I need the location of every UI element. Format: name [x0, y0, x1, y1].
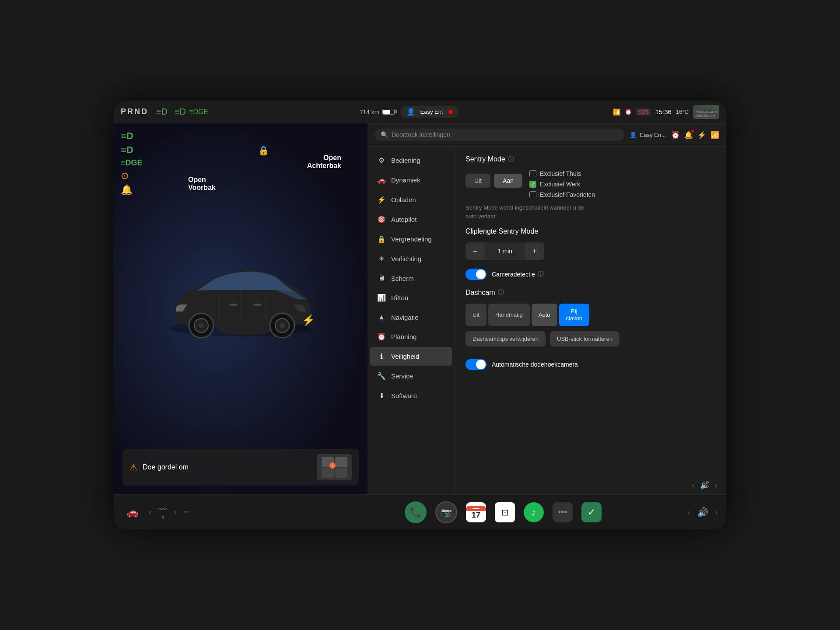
svg-rect-10: [230, 304, 238, 306]
calendar-button[interactable]: ▬▬ 17: [466, 502, 486, 522]
volume-button[interactable]: 🔊: [697, 507, 708, 518]
planning-label: Planning: [391, 333, 416, 340]
seat-diagram: !: [317, 454, 352, 480]
menu-item-scherm[interactable]: 🖥 Scherm: [370, 269, 452, 287]
menu-item-ritten[interactable]: 📊 Ritten: [370, 288, 452, 307]
sync-icon: ⇅: [161, 515, 164, 520]
format-usb-button[interactable]: USB-stick formatteren: [550, 331, 620, 346]
ritten-icon: 📊: [377, 294, 386, 302]
clip-decrease-button[interactable]: −: [466, 242, 485, 260]
veiligheid-icon: ℹ: [377, 352, 386, 360]
veiligheid-label: Veiligheid: [391, 353, 419, 360]
prev-arrow[interactable]: ‹: [692, 481, 695, 490]
taskbar-left: 🚗 ‹ 〰 ⇅ › 〰: [122, 503, 376, 522]
auto-dode-knob: [476, 360, 486, 369]
volume-icon[interactable]: 🔊: [700, 480, 710, 490]
square-icon: ⊡: [501, 507, 509, 518]
camera-detection-row: Cameradetectie ⓘ: [466, 269, 716, 280]
square-button[interactable]: ⊡: [495, 502, 515, 522]
menu-item-navigatie[interactable]: ▲ Navigatie: [370, 308, 452, 326]
menu-item-autopilot[interactable]: 🎯 Autopilot: [370, 210, 452, 229]
headlight-icon: ≡D: [155, 107, 168, 117]
seatbelt-warning-text: Doe gordel om: [143, 463, 189, 471]
exclusief-werk-item[interactable]: ✓ Exclusief Werk: [529, 181, 595, 188]
vol-right-arrow[interactable]: ›: [715, 508, 718, 516]
settings-body: ⚙ Bediening 🚗 Dynamiek ⚡ Opladen 🎯 Autop…: [368, 147, 726, 494]
dashcam-uit-button[interactable]: Uit: [466, 304, 486, 326]
spotify-button[interactable]: ♪: [524, 502, 544, 522]
search-box[interactable]: 🔍 Doorzoek instellingen: [374, 129, 624, 141]
menu-item-bediening[interactable]: ⚙ Bediening: [370, 151, 452, 170]
exclusive-options: Exclusief Thuis ✓ Exclusief Werk Exclusi…: [529, 170, 595, 198]
km-display: 114 km: [360, 108, 397, 116]
exclusief-favorieten-item[interactable]: Exclusief Favorieten: [529, 191, 595, 198]
wifi-btn[interactable]: 📶: [710, 131, 719, 139]
open-achterbak-label[interactable]: Open Achterbak: [307, 154, 341, 170]
tasks-button[interactable]: ✓: [581, 502, 602, 522]
sentry-uit-button[interactable]: Uit: [466, 174, 490, 188]
notification-btn[interactable]: 🔔: [684, 131, 693, 139]
exclusief-thuis-checkbox[interactable]: [529, 170, 536, 177]
exclusief-favorieten-label: Exclusief Favorieten: [540, 191, 595, 198]
settings-nav-arrows: ‹ 🔊 ›: [692, 480, 718, 490]
open-voorbak-label[interactable]: Open Voorbak: [188, 176, 216, 192]
header-icons: ⏰ 🔔 ⚡ 📶: [671, 131, 719, 139]
heated-seats[interactable]: 〰: [184, 509, 190, 516]
camera-toggle[interactable]: [466, 269, 486, 280]
more-apps-button[interactable]: •••: [553, 502, 573, 522]
menu-item-planning[interactable]: ⏰ Planning: [370, 327, 452, 346]
menu-item-opladen[interactable]: ⚡ Opladen: [370, 190, 452, 209]
scherm-label: Scherm: [391, 275, 414, 282]
svg-point-6: [280, 323, 285, 328]
wifi-icon: 📶: [613, 108, 620, 116]
vol-left-arrow[interactable]: ‹: [688, 508, 690, 516]
menu-item-software[interactable]: ⬇ Software: [370, 386, 452, 405]
clip-length-section: Cliplengte Sentry Mode − 1 min +: [466, 228, 716, 260]
opladen-icon: ⚡: [377, 196, 386, 204]
navigatie-label: Navigatie: [391, 314, 419, 321]
climate-control[interactable]: 〰 ⇅: [158, 504, 167, 520]
camera-button[interactable]: 📷: [435, 501, 457, 523]
dashcam-auto-button[interactable]: Auto: [532, 304, 557, 326]
bluetooth-btn[interactable]: ⚡: [697, 131, 706, 139]
time-display: 15:36: [655, 108, 672, 116]
camera-info-icon[interactable]: ⓘ: [538, 270, 544, 278]
user-profile[interactable]: 👤 Easy En...: [630, 132, 666, 138]
sentry-aan-button[interactable]: Aan: [494, 174, 522, 188]
car-view-button[interactable]: 🚗: [122, 503, 142, 522]
exclusief-werk-checkbox[interactable]: ✓: [529, 181, 536, 188]
menu-item-dynamiek[interactable]: 🚗 Dynamiek: [370, 171, 452, 189]
edge-icon: ≡DGE: [192, 107, 205, 117]
menu-item-vergrendeling[interactable]: 🔒 Vergrendeling: [370, 230, 452, 248]
sentry-info-icon[interactable]: ⓘ: [508, 155, 514, 163]
dashcam-handmatig-button[interactable]: Handmatig: [488, 304, 530, 326]
menu-item-service[interactable]: 🔧 Service: [370, 367, 452, 385]
dashcam-info-icon[interactable]: ⓘ: [498, 289, 504, 297]
clip-increase-button[interactable]: +: [525, 242, 544, 260]
exclusief-thuis-item[interactable]: Exclusief Thuis: [529, 170, 595, 177]
left-arrow[interactable]: ‹: [149, 508, 151, 517]
delete-clips-button[interactable]: Dashcamclips verwijderen: [466, 331, 546, 346]
left-panel: ≡D ≡D ≡DGE ⊙ 🔔 Open Voorbak 🔒 Open Achte…: [114, 123, 368, 494]
next-arrow[interactable]: ›: [715, 481, 718, 490]
car-status-icons: ≡D ≡D ≡DGE ⊙ 🔔: [121, 130, 143, 196]
phone-button[interactable]: 📞: [405, 501, 427, 523]
sentry-toggle-buttons: Uit Aan: [466, 170, 522, 191]
sentry-toggle-area: Uit Aan Exclusief Thuis ✓ Exclusief Werk: [466, 170, 716, 198]
right-arrow[interactable]: ›: [174, 508, 177, 517]
exclusief-favorieten-checkbox[interactable]: [529, 191, 536, 198]
settings-panel: 🔍 Doorzoek instellingen 👤 Easy En... ⏰ 🔔…: [368, 123, 726, 494]
menu-item-veiligheid[interactable]: ℹ Veiligheid: [370, 347, 452, 366]
menu-item-verlichting[interactable]: ☀ Verlichting: [370, 249, 452, 268]
navigatie-icon: ▲: [377, 313, 386, 321]
prnd-display: PRND: [121, 107, 148, 116]
dashcam-claxon-button[interactable]: Bijclaxon: [559, 304, 590, 326]
ritten-label: Ritten: [391, 294, 408, 301]
alarm-btn[interactable]: ⏰: [671, 131, 680, 139]
verlichting-icon: ☀: [377, 255, 386, 263]
svg-rect-11: [254, 304, 262, 306]
lock-icon: 🔒: [258, 145, 269, 156]
search-placeholder: Doorzoek instellingen: [392, 131, 450, 138]
center-nav[interactable]: 👤 Easy Ent: [400, 106, 459, 118]
auto-dode-toggle[interactable]: [466, 359, 486, 370]
